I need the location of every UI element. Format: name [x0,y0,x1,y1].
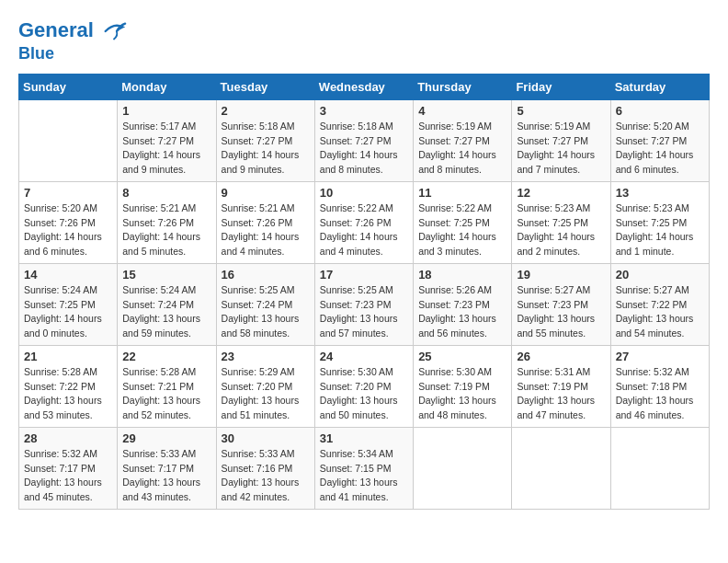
day-number: 27 [616,350,704,363]
day-info: Sunrise: 5:25 AM Sunset: 7:24 PM Dayligh… [222,283,310,341]
day-number: 25 [418,350,506,363]
day-number: 19 [517,268,605,282]
calendar-cell: 16Sunrise: 5:25 AM Sunset: 7:24 PM Dayli… [216,263,314,345]
day-number: 14 [24,268,112,282]
day-number: 13 [616,186,704,200]
calendar-cell: 30Sunrise: 5:33 AM Sunset: 7:16 PM Dayli… [216,427,314,509]
calendar-header: SundayMondayTuesdayWednesdayThursdayFrid… [19,74,710,99]
day-number: 24 [320,350,408,363]
logo-general: General [18,18,94,41]
calendar-cell: 29Sunrise: 5:33 AM Sunset: 7:17 PM Dayli… [118,427,216,509]
day-info: Sunrise: 5:24 AM Sunset: 7:25 PM Dayligh… [24,283,112,341]
weekday-header-saturday: Saturday [610,74,709,99]
day-info: Sunrise: 5:34 AM Sunset: 7:15 PM Dayligh… [320,447,408,505]
day-number: 4 [418,104,506,118]
calendar-cell: 1Sunrise: 5:17 AM Sunset: 7:27 PM Daylig… [118,99,216,181]
day-info: Sunrise: 5:26 AM Sunset: 7:23 PM Dayligh… [418,283,506,341]
calendar-week-5: 28Sunrise: 5:32 AM Sunset: 7:17 PM Dayli… [19,427,710,509]
calendar-cell: 23Sunrise: 5:29 AM Sunset: 7:20 PM Dayli… [216,345,314,427]
day-info: Sunrise: 5:27 AM Sunset: 7:23 PM Dayligh… [517,283,605,341]
day-number: 3 [320,104,408,118]
weekday-header-sunday: Sunday [19,74,118,99]
calendar-cell: 5Sunrise: 5:19 AM Sunset: 7:27 PM Daylig… [512,99,610,181]
calendar-cell: 26Sunrise: 5:31 AM Sunset: 7:19 PM Dayli… [512,345,610,427]
day-number: 9 [222,186,310,200]
logo-blue: Blue [18,44,127,64]
day-info: Sunrise: 5:24 AM Sunset: 7:24 PM Dayligh… [122,283,210,341]
calendar-cell: 6Sunrise: 5:20 AM Sunset: 7:27 PM Daylig… [610,99,709,181]
calendar-cell: 10Sunrise: 5:22 AM Sunset: 7:26 PM Dayli… [314,181,413,263]
calendar-cell: 3Sunrise: 5:18 AM Sunset: 7:27 PM Daylig… [314,99,413,181]
day-info: Sunrise: 5:29 AM Sunset: 7:20 PM Dayligh… [222,365,310,423]
day-number: 28 [24,431,112,445]
day-info: Sunrise: 5:21 AM Sunset: 7:26 PM Dayligh… [122,201,210,259]
day-number: 21 [24,350,112,363]
day-number: 5 [517,104,605,118]
day-number: 12 [517,186,605,200]
calendar-cell: 8Sunrise: 5:21 AM Sunset: 7:26 PM Daylig… [118,181,216,263]
day-info: Sunrise: 5:28 AM Sunset: 7:21 PM Dayligh… [122,365,210,423]
calendar-cell: 19Sunrise: 5:27 AM Sunset: 7:23 PM Dayli… [512,263,610,345]
day-info: Sunrise: 5:28 AM Sunset: 7:22 PM Dayligh… [24,365,112,423]
day-number: 7 [24,186,112,200]
day-number: 30 [222,431,310,445]
calendar-table: SundayMondayTuesdayWednesdayThursdayFrid… [18,74,710,510]
day-info: Sunrise: 5:32 AM Sunset: 7:18 PM Dayligh… [616,365,704,423]
day-info: Sunrise: 5:30 AM Sunset: 7:20 PM Dayligh… [320,365,408,423]
day-info: Sunrise: 5:19 AM Sunset: 7:27 PM Dayligh… [517,120,605,178]
logo: General Blue [18,18,127,64]
day-number: 17 [320,268,408,282]
calendar-week-1: 1Sunrise: 5:17 AM Sunset: 7:27 PM Daylig… [19,99,710,181]
day-info: Sunrise: 5:21 AM Sunset: 7:26 PM Dayligh… [222,201,310,259]
calendar-cell: 18Sunrise: 5:26 AM Sunset: 7:23 PM Dayli… [414,263,512,345]
day-number: 31 [320,431,408,445]
day-info: Sunrise: 5:17 AM Sunset: 7:27 PM Dayligh… [122,120,210,178]
calendar-cell [610,427,709,509]
calendar-cell: 12Sunrise: 5:23 AM Sunset: 7:25 PM Dayli… [512,181,610,263]
day-number: 16 [222,268,310,282]
calendar-cell: 2Sunrise: 5:18 AM Sunset: 7:27 PM Daylig… [216,99,314,181]
day-info: Sunrise: 5:22 AM Sunset: 7:25 PM Dayligh… [418,201,506,259]
calendar-body: 1Sunrise: 5:17 AM Sunset: 7:27 PM Daylig… [19,99,710,509]
day-number: 26 [517,350,605,363]
day-number: 6 [616,104,704,118]
day-info: Sunrise: 5:23 AM Sunset: 7:25 PM Dayligh… [517,201,605,259]
day-number: 10 [320,186,408,200]
weekday-header-monday: Monday [118,74,216,99]
calendar-cell: 25Sunrise: 5:30 AM Sunset: 7:19 PM Dayli… [414,345,512,427]
calendar-cell: 28Sunrise: 5:32 AM Sunset: 7:17 PM Dayli… [19,427,118,509]
weekday-header-tuesday: Tuesday [216,74,314,99]
calendar-cell [19,99,118,181]
calendar-cell: 7Sunrise: 5:20 AM Sunset: 7:26 PM Daylig… [19,181,118,263]
weekday-header-thursday: Thursday [414,74,512,99]
day-info: Sunrise: 5:32 AM Sunset: 7:17 PM Dayligh… [24,447,112,505]
day-number: 8 [122,186,210,200]
day-number: 2 [222,104,310,118]
day-info: Sunrise: 5:27 AM Sunset: 7:22 PM Dayligh… [616,283,704,341]
day-info: Sunrise: 5:22 AM Sunset: 7:26 PM Dayligh… [320,201,408,259]
calendar-cell: 9Sunrise: 5:21 AM Sunset: 7:26 PM Daylig… [216,181,314,263]
calendar-cell: 20Sunrise: 5:27 AM Sunset: 7:22 PM Dayli… [610,263,709,345]
calendar-week-4: 21Sunrise: 5:28 AM Sunset: 7:22 PM Dayli… [19,345,710,427]
calendar-cell: 21Sunrise: 5:28 AM Sunset: 7:22 PM Dayli… [19,345,118,427]
day-number: 15 [122,268,210,282]
day-info: Sunrise: 5:33 AM Sunset: 7:17 PM Dayligh… [122,447,210,505]
day-number: 18 [418,268,506,282]
weekday-header-wednesday: Wednesday [314,74,413,99]
day-number: 1 [122,104,210,118]
day-number: 23 [222,350,310,363]
calendar-cell: 27Sunrise: 5:32 AM Sunset: 7:18 PM Dayli… [610,345,709,427]
day-info: Sunrise: 5:20 AM Sunset: 7:27 PM Dayligh… [616,120,704,178]
calendar-cell [512,427,610,509]
day-info: Sunrise: 5:31 AM Sunset: 7:19 PM Dayligh… [517,365,605,423]
calendar-cell [414,427,512,509]
calendar-cell: 13Sunrise: 5:23 AM Sunset: 7:25 PM Dayli… [610,181,709,263]
day-info: Sunrise: 5:18 AM Sunset: 7:27 PM Dayligh… [222,120,310,178]
day-info: Sunrise: 5:18 AM Sunset: 7:27 PM Dayligh… [320,120,408,178]
calendar-cell: 14Sunrise: 5:24 AM Sunset: 7:25 PM Dayli… [19,263,118,345]
weekday-header-friday: Friday [512,74,610,99]
day-info: Sunrise: 5:33 AM Sunset: 7:16 PM Dayligh… [222,447,310,505]
calendar-cell: 15Sunrise: 5:24 AM Sunset: 7:24 PM Dayli… [118,263,216,345]
day-info: Sunrise: 5:30 AM Sunset: 7:19 PM Dayligh… [418,365,506,423]
calendar-cell: 17Sunrise: 5:25 AM Sunset: 7:23 PM Dayli… [314,263,413,345]
